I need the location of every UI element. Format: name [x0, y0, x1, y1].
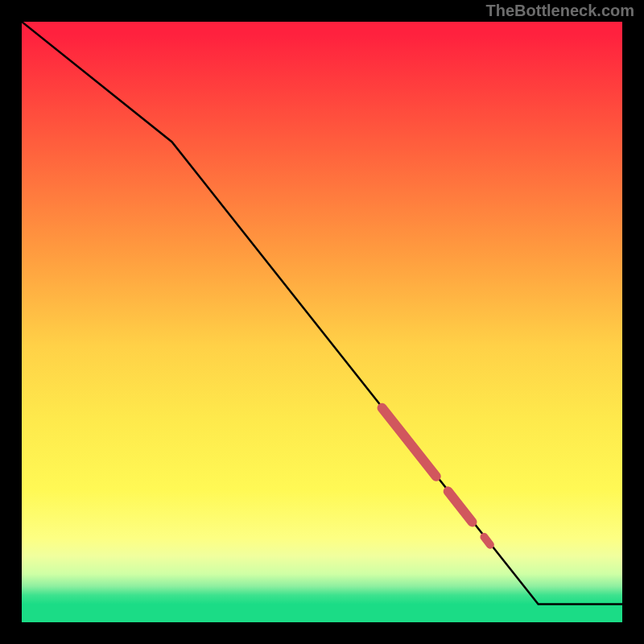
highlight-group — [382, 408, 490, 545]
chart-plot-area — [22, 22, 622, 622]
main-curve — [22, 22, 622, 605]
chart-svg — [22, 22, 622, 622]
segment-2 — [448, 491, 473, 522]
dot-1 — [484, 537, 489, 545]
segment-1 — [382, 408, 436, 477]
watermark-text: TheBottleneck.com — [486, 2, 634, 20]
